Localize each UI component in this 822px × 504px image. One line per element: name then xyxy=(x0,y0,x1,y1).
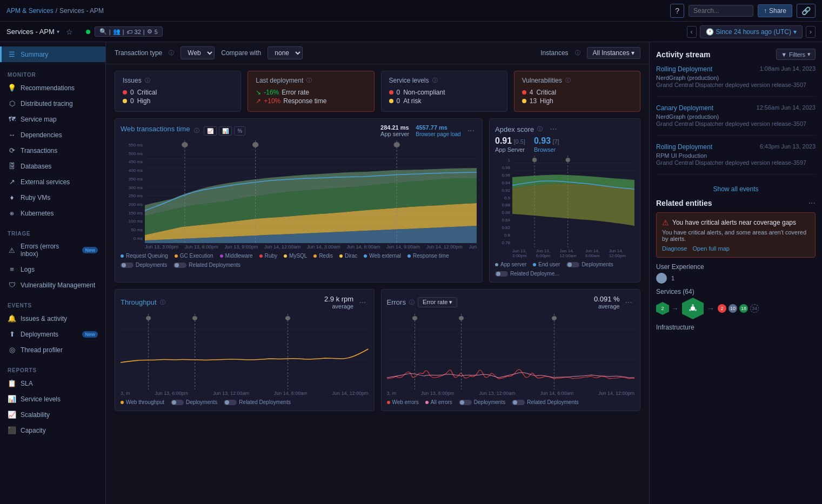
web-tx-title: Web transactions time xyxy=(121,125,190,133)
end-user-stat: 4557.77 ms Browser page load xyxy=(416,124,460,137)
team-icon: 👥 xyxy=(113,28,121,35)
chevron-down-icon: ▾ xyxy=(631,49,634,57)
throughput-more-button[interactable]: ··· xyxy=(357,298,368,307)
related-entities-more-button[interactable]: ··· xyxy=(808,198,816,208)
more-options-button[interactable]: ··· xyxy=(465,126,477,136)
apdex-card: Apdex score ⓘ ··· 0.91 [0.5] App Server xyxy=(489,118,640,283)
alert-card: ⚠ You have critical alerts near coverage… xyxy=(656,212,816,258)
sidebar-item-deployments[interactable]: ⬆ Deployments New xyxy=(0,326,105,342)
svg-point-15 xyxy=(394,142,400,147)
sidebar-item-scalability[interactable]: 📈 Scalability xyxy=(0,407,105,422)
errors-more-button[interactable]: ··· xyxy=(623,298,634,307)
filters-button[interactable]: ▼ Filters ▾ xyxy=(776,49,816,60)
share-button[interactable]: ↑ Share xyxy=(758,4,792,17)
sla-icon: 📋 xyxy=(8,379,16,387)
vulnerability-icon: 🛡 xyxy=(8,281,16,289)
filter-icon: ▼ xyxy=(781,51,787,58)
y-axis: 550 ms 500 ms 450 ms 400 ms 350 ms 300 m… xyxy=(121,140,145,243)
tag-icon: 🏷 xyxy=(126,29,132,35)
info-icon: ⓘ xyxy=(432,77,438,84)
apdex-more-button[interactable]: ··· xyxy=(547,124,559,134)
percent-icon[interactable]: % xyxy=(234,126,245,136)
svg-point-50 xyxy=(689,309,691,311)
map-icon: 🗺 xyxy=(8,115,16,123)
user-experience-icon xyxy=(656,273,667,284)
service-levels-icon: 📊 xyxy=(8,395,16,403)
diagnose-link[interactable]: Diagnose xyxy=(662,245,687,252)
open-full-map-link[interactable]: Open full map xyxy=(692,245,729,252)
breadcrumb-services: Services - APM xyxy=(59,7,104,15)
logs-icon: ≡ xyxy=(8,265,16,273)
sidebar-item-logs[interactable]: ≡ Logs xyxy=(0,261,105,277)
sidebar-item-thread-profiler[interactable]: ◎ Thread profiler xyxy=(0,342,105,358)
instances-button[interactable]: All Instances ▾ xyxy=(587,47,640,59)
meta-search: 🔍 | 👥 | 🏷 32 | ⚙ 5 xyxy=(95,26,163,37)
help-button[interactable]: ? xyxy=(670,4,684,18)
throughput-chart xyxy=(121,314,369,389)
service-name: Services - APM ▾ xyxy=(6,28,59,36)
activity-item-1: Rolling Deployment 1:08am Jun 14, 2023 N… xyxy=(656,65,816,97)
svg-point-13 xyxy=(252,142,258,147)
sidebar-item-recommendations[interactable]: 💡 Recommendations xyxy=(0,80,105,96)
sidebar-item-external-services[interactable]: ↗ External services xyxy=(0,174,105,190)
favorite-icon[interactable]: ☆ xyxy=(66,28,73,36)
sidebar-item-databases[interactable]: 🗄 Databases xyxy=(0,158,105,174)
sidebar-item-ruby-vms[interactable]: ♦ Ruby VMs xyxy=(0,190,105,205)
bar-chart-icon[interactable]: 📊 xyxy=(219,126,232,136)
right-panel: Activity stream ▼ Filters ▾ Rolling Depl… xyxy=(649,42,822,504)
info-icon: ⓘ xyxy=(409,299,415,306)
sidebar-item-service-levels[interactable]: 📊 Service levels xyxy=(0,391,105,407)
activity-item-2: Canary Deployment 12:56am Jun 14, 2023 N… xyxy=(656,104,816,136)
sidebar-item-errors[interactable]: ⚠ Errors (errors inbox) New xyxy=(0,239,105,261)
info-icon: ⓘ xyxy=(537,125,543,133)
service-levels-card: Service levels ⓘ 0 Non-compliant 0 At ri… xyxy=(381,71,507,112)
compare-with-select[interactable]: none xyxy=(268,46,303,59)
sidebar-item-vulnerability-management[interactable]: 🛡 Vulnerability Management xyxy=(0,277,105,293)
time-controls: ‹ 🕐 Since 24 hours ago (UTC) ▾ › xyxy=(687,25,816,38)
breadcrumb-apm[interactable]: APM & Services xyxy=(6,7,54,15)
svg-point-49 xyxy=(694,309,697,311)
meta-tags: 🔍 | 👥 | 🏷 32 | ⚙ 5 xyxy=(86,26,163,37)
nav-right-button[interactable]: › xyxy=(806,26,816,38)
nav-left-button[interactable]: ‹ xyxy=(687,26,697,38)
transaction-type-select[interactable]: Web xyxy=(181,46,215,59)
sidebar-item-issues-activity[interactable]: 🔔 Issues & activity xyxy=(0,311,105,326)
svg-point-47 xyxy=(691,306,695,311)
sidebar-item-distributed-tracing[interactable]: ⬡ Distributed tracing xyxy=(0,96,105,111)
capacity-icon: ⬛ xyxy=(8,426,16,434)
deployments-badge: New xyxy=(82,331,98,338)
svg-point-26 xyxy=(566,158,570,162)
link-button[interactable]: 🔗 xyxy=(797,4,816,18)
svg-point-44 xyxy=(458,316,463,320)
main-layout: ☰ Summary MONITOR 💡 Recommendations ⬡ Di… xyxy=(0,42,822,504)
transactions-icon: ⟳ xyxy=(8,146,16,154)
sidebar-item-service-map[interactable]: 🗺 Service map xyxy=(0,111,105,127)
browser-page-load-link[interactable]: Browser page load xyxy=(416,131,460,137)
web-tx-legend: Request Queuing GC Execution Middleware … xyxy=(121,253,477,268)
sidebar-item-dependencies[interactable]: ↔ Dependencies xyxy=(0,127,105,143)
throughput-legend: Web throughput Deployments Related Deplo… xyxy=(121,399,369,405)
svg-point-48 xyxy=(692,304,694,306)
sidebar-item-capacity[interactable]: ⬛ Capacity xyxy=(0,422,105,438)
sidebar-item-transactions[interactable]: ⟳ Transactions xyxy=(0,143,105,158)
sidebar-item-kubernetes[interactable]: ⎈ Kubernetes xyxy=(0,205,105,221)
sidebar-item-summary[interactable]: ☰ Summary xyxy=(0,46,105,62)
chevron-down-icon: ▾ xyxy=(793,28,797,36)
infrastructure-label: Infrastructure xyxy=(656,324,816,331)
error-rate-button[interactable]: Error rate ▾ xyxy=(418,297,458,307)
content-area: Transaction type ⓘ Web Compare with none… xyxy=(106,42,649,504)
instances-label: Instances xyxy=(540,49,568,57)
web-tx-x-axis: Jun 13, 3:00pm Jun 13, 6:00pm Jun 13, 9:… xyxy=(121,244,477,250)
show-all-events-link[interactable]: Show all events xyxy=(656,182,816,196)
sidebar-item-sla[interactable]: 📋 SLA xyxy=(0,375,105,391)
up-arrow-icon: ↗ xyxy=(256,97,261,105)
breadcrumb: APM & Services / Services - APM xyxy=(6,7,104,15)
time-selector[interactable]: 🕐 Since 24 hours ago (UTC) ▾ xyxy=(700,25,803,38)
search-input[interactable] xyxy=(689,5,753,17)
line-chart-icon[interactable]: 📈 xyxy=(204,126,217,136)
sidebar-section-main: ☰ Summary xyxy=(0,42,105,64)
browser-link[interactable]: Browser xyxy=(534,146,556,153)
status-dot xyxy=(86,30,90,34)
ruby-icon: ♦ xyxy=(8,193,16,201)
activity-item-3: Rolling Deployment 6:43pm Jun 13, 2023 R… xyxy=(656,143,816,174)
